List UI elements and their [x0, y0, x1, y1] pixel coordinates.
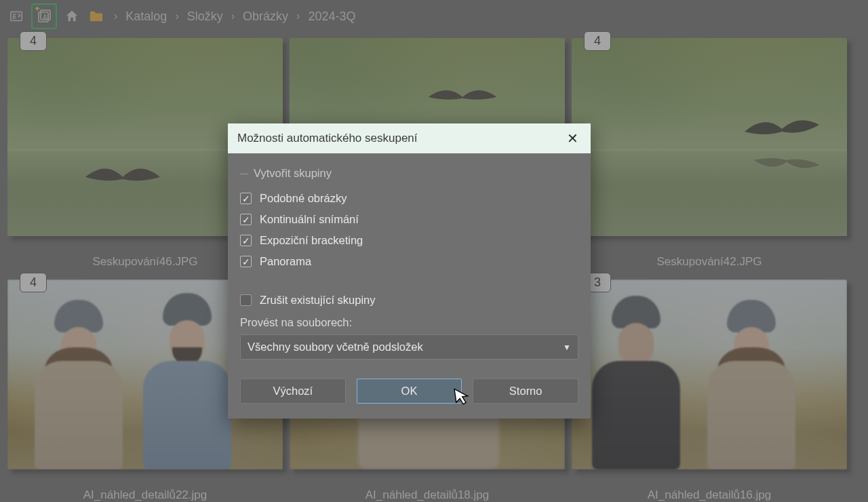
group-heading: Vytvořit skupiny — [240, 167, 578, 180]
checkbox-icon[interactable] — [240, 214, 252, 225]
default-button[interactable]: Výchozí — [240, 379, 346, 404]
chevron-down-icon: ▼ — [563, 343, 571, 352]
option-label: Expoziční bracketing — [260, 234, 363, 247]
close-icon[interactable]: ✕ — [564, 130, 581, 147]
scope-value: Všechny soubory včetně podsložek — [248, 341, 423, 353]
option-bracket[interactable]: Expoziční bracketing — [240, 230, 578, 251]
checkbox-icon[interactable] — [240, 294, 252, 306]
ok-button[interactable]: OK — [357, 379, 462, 404]
option-panorama[interactable]: Panorama — [240, 251, 578, 272]
checkbox-icon[interactable] — [240, 235, 252, 246]
option-similar[interactable]: Podobné obrázky — [240, 188, 578, 209]
checkbox-icon[interactable] — [240, 256, 252, 267]
option-label: Panorama — [260, 255, 311, 268]
dialog-titlebar: Možnosti automatického seskupení ✕ — [228, 123, 591, 153]
checkbox-icon[interactable] — [240, 193, 252, 204]
option-label: Kontinuální snímání — [260, 213, 359, 226]
option-label: Podobné obrázky — [260, 192, 347, 205]
option-burst[interactable]: Kontinuální snímání — [240, 209, 578, 230]
cancel-button[interactable]: Storno — [473, 379, 578, 404]
option-cancel-groups[interactable]: Zrušit existující skupiny — [240, 290, 578, 311]
option-label: Zrušit existující skupiny — [260, 294, 376, 307]
scope-label: Provést na souborech: — [240, 316, 578, 329]
dialog-title: Možnosti automatického seskupení — [237, 132, 418, 145]
scope-select[interactable]: Všechny soubory včetně podsložek ▼ — [240, 334, 578, 360]
auto-group-dialog: Možnosti automatického seskupení ✕ Vytvo… — [228, 123, 591, 419]
